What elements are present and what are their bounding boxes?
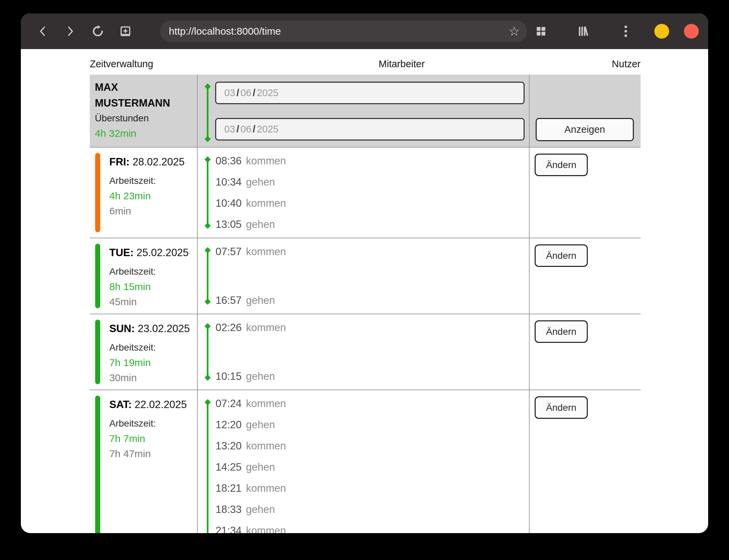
entry-type: gehen <box>246 504 275 516</box>
entry-time: 10:34 <box>216 176 242 188</box>
day-timeline-line <box>207 250 208 302</box>
day-title: SUN: 23.02.2025 <box>109 322 194 336</box>
reload-button[interactable] <box>89 23 107 40</box>
time-entry: 16:57 gehen <box>216 290 529 311</box>
header-action-cell: Anzeigen <box>530 75 641 147</box>
date-separator: / <box>253 124 256 135</box>
entry-time: 07:57 <box>216 246 242 258</box>
day-entries-cell: 07:24 kommen 12:20 gehen 13:20 kommen 14… <box>198 390 530 533</box>
entry-type: kommen <box>246 197 286 209</box>
new-tab-icon <box>119 25 132 38</box>
minimize-window-button[interactable] <box>654 24 669 39</box>
nav-item-nutzer[interactable]: Nutzer <box>612 58 641 70</box>
tab-overview-button[interactable] <box>532 23 550 40</box>
date-to-input[interactable]: 03/06/2025 <box>215 118 525 141</box>
nav-item-mitarbeiter[interactable]: Mitarbeiter <box>379 58 425 70</box>
change-button[interactable]: Ändern <box>535 154 588 176</box>
time-entry: 18:21 kommen <box>216 478 529 499</box>
entry-type: kommen <box>246 155 286 167</box>
day-date: 25.02.2025 <box>137 247 189 258</box>
date-from-day: 06 <box>240 87 251 98</box>
entry-time: 13:20 <box>216 440 242 452</box>
library-icon <box>577 25 589 37</box>
date-separator: / <box>236 87 239 98</box>
new-tab-button[interactable] <box>117 23 134 40</box>
change-button[interactable]: Ändern <box>535 244 588 267</box>
toolbar-right-icons <box>527 23 701 40</box>
nav-item-zeitverwaltung[interactable]: Zeitverwaltung <box>90 58 153 70</box>
time-entry: 10:34 gehen <box>216 171 529 193</box>
day-rows: FRI: 28.02.2025 Arbeitszeit: 4h 23min 6m… <box>90 147 641 533</box>
show-button[interactable]: Anzeigen <box>536 118 634 141</box>
menu-button[interactable] <box>617 23 635 40</box>
day-summary-cell: FRI: 28.02.2025 Arbeitszeit: 4h 23min 6m… <box>90 148 198 238</box>
entry-time: 14:25 <box>216 461 242 473</box>
worktime-label: Arbeitszeit: <box>109 264 194 279</box>
entry-type: kommen <box>246 246 286 258</box>
day-status-bar <box>95 320 100 384</box>
day-action-cell: Ändern <box>530 314 641 390</box>
close-window-button[interactable] <box>684 24 699 39</box>
worktime-label: Arbeitszeit: <box>109 340 194 355</box>
day-weekday: TUE: <box>109 247 133 258</box>
date-to-day: 06 <box>240 124 251 135</box>
page-content: Zeitverwaltung Mitarbeiter Nutzer MAX MU… <box>21 49 708 533</box>
time-entry: 13:20 kommen <box>216 435 529 456</box>
day-row: TUE: 25.02.2025 Arbeitszeit: 8h 15min 45… <box>90 238 641 314</box>
entry-type: kommen <box>246 482 286 494</box>
day-row: SUN: 23.02.2025 Arbeitszeit: 7h 19min 30… <box>90 314 641 390</box>
entry-time: 21:34 <box>216 525 242 533</box>
worktime-value: 4h 23min <box>109 188 194 203</box>
employee-header-row: MAX MUSTERMANN Überstunden 4h 32min 03/0… <box>90 75 641 147</box>
main-nav: Zeitverwaltung Mitarbeiter Nutzer <box>21 49 708 75</box>
day-summary-cell: SAT: 22.02.2025 Arbeitszeit: 7h 7min 7h … <box>90 390 198 533</box>
entry-time: 13:05 <box>216 218 242 231</box>
day-title: FRI: 28.02.2025 <box>109 155 194 169</box>
url-text[interactable]: http://localhost:8000/time <box>169 26 508 37</box>
browser-toolbar: http://localhost:8000/time ☆ <box>21 13 708 49</box>
day-weekday: SAT: <box>109 399 132 410</box>
entry-time: 10:40 <box>216 197 242 209</box>
pause-value: 45min <box>109 294 194 309</box>
entry-type: kommen <box>246 440 286 452</box>
entry-time: 16:57 <box>216 294 242 307</box>
employee-name-line1: MAX <box>95 79 194 95</box>
back-button[interactable] <box>34 23 51 40</box>
pause-value: 30min <box>109 370 194 385</box>
reload-icon <box>91 25 104 38</box>
day-entries-cell: 08:36 kommen 10:34 gehen 10:40 kommen 13… <box>198 148 530 238</box>
change-button[interactable]: Ändern <box>535 320 588 343</box>
entry-time: 02:26 <box>216 322 242 334</box>
employee-info-cell: MAX MUSTERMANN Überstunden 4h 32min <box>90 75 198 147</box>
entry-type: gehen <box>246 370 275 383</box>
entry-type: gehen <box>246 419 275 431</box>
library-button[interactable] <box>575 23 592 40</box>
date-range-cell: 03/06/2025 03/06/2025 <box>198 75 530 147</box>
grid-icon <box>535 26 547 37</box>
day-entries-cell: 07:57 kommen 16:57 gehen <box>198 238 530 314</box>
change-button[interactable]: Ändern <box>535 396 588 419</box>
address-bar[interactable]: http://localhost:8000/time ☆ <box>160 21 527 42</box>
entry-type: gehen <box>246 461 275 473</box>
timetable: MAX MUSTERMANN Überstunden 4h 32min 03/0… <box>90 75 641 533</box>
pause-value: 6min <box>109 203 194 218</box>
date-from-input[interactable]: 03/06/2025 <box>215 82 525 104</box>
pause-value: 7h 47min <box>109 446 194 461</box>
day-summary-cell: TUE: 25.02.2025 Arbeitszeit: 8h 15min 45… <box>90 238 198 314</box>
date-to-month: 03 <box>224 124 235 135</box>
date-separator: / <box>253 87 256 98</box>
bookmark-star-icon[interactable]: ☆ <box>508 25 520 38</box>
day-action-cell: Ändern <box>530 148 641 238</box>
browser-window: http://localhost:8000/time ☆ Zeitverwalt… <box>21 13 708 533</box>
forward-button[interactable] <box>62 23 79 40</box>
worktime-value: 7h 7min <box>109 431 194 446</box>
date-separator: / <box>236 124 239 135</box>
day-date: 22.02.2025 <box>135 399 187 410</box>
day-date: 28.02.2025 <box>132 156 185 168</box>
date-range-connector-line <box>207 86 208 139</box>
time-entry: 10:40 kommen <box>216 193 529 214</box>
day-summary-cell: SUN: 23.02.2025 Arbeitszeit: 7h 19min 30… <box>90 314 198 390</box>
day-status-bar <box>95 153 100 232</box>
time-entry: 18:33 gehen <box>216 499 529 520</box>
time-entry: 14:25 gehen <box>216 456 529 478</box>
